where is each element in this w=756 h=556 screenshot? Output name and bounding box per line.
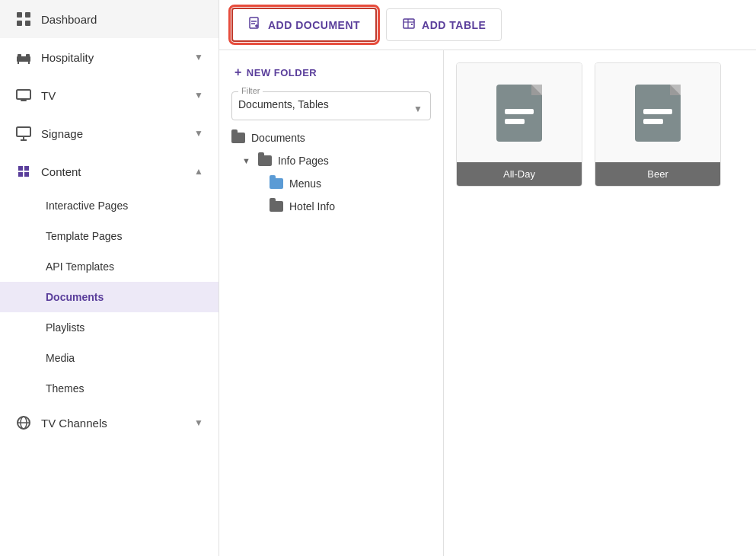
tree-item-hotel-info[interactable]: Hotel Info (219, 195, 443, 218)
folder-dark-icon (231, 133, 245, 143)
doc-card-label-all-day: All-Day (457, 162, 582, 186)
sidebar-item-hospitality[interactable]: Hospitality ▼ (0, 38, 219, 76)
svg-rect-13 (17, 127, 30, 136)
add-document-label: ADD DOCUMENT (268, 19, 360, 31)
new-folder-button[interactable]: + NEW FOLDER (219, 59, 332, 85)
add-table-button[interactable]: ADD TABLE (386, 8, 502, 41)
add-document-button[interactable]: ADD DOCUMENT (231, 8, 377, 42)
sidebar-item-media[interactable]: Media (0, 343, 219, 373)
doc-card-beer[interactable]: Beer (595, 62, 721, 187)
sidebar-item-api-templates[interactable]: API Templates (0, 251, 219, 282)
tree-list: Documents ▼ Info Pages Menus Hotel Info (219, 126, 443, 218)
doc-card-label-beer: Beer (595, 162, 720, 186)
tree-label-menus: Menus (289, 177, 321, 190)
doc-file-line-short (643, 119, 663, 124)
sidebar-label-tv: TV (41, 89, 185, 102)
sidebar-label-interactive-pages: Interactive Pages (46, 200, 128, 212)
chevron-down-icon: ▼ (194, 90, 203, 101)
document-icon (496, 85, 542, 142)
svg-rect-7 (26, 54, 30, 57)
sidebar-label-themes: Themes (46, 382, 85, 395)
tree-item-documents[interactable]: Documents (219, 126, 443, 149)
sidebar: Dashboard Hospitality ▼ TV ▼ (0, 0, 219, 556)
sidebar-item-tv-channels[interactable]: TV Channels ▼ (0, 404, 219, 442)
svg-rect-2 (17, 21, 22, 26)
svg-rect-6 (18, 54, 21, 57)
sidebar-label-signage: Signage (41, 127, 185, 140)
content-row: + NEW FOLDER Filter Documents, Tables Do… (219, 50, 756, 556)
folder-dark-icon (258, 155, 272, 166)
sidebar-item-playlists[interactable]: Playlists (0, 312, 219, 343)
folder-dark-icon (270, 201, 283, 212)
add-table-label: ADD TABLE (422, 19, 486, 31)
content-subnav: Interactive Pages Template Pages API Tem… (0, 190, 219, 404)
add-document-icon (248, 17, 262, 33)
svg-rect-24 (404, 19, 414, 28)
sidebar-label-api-templates: API Templates (46, 260, 114, 273)
sidebar-item-content[interactable]: Content ▲ (0, 152, 219, 190)
chevron-down-icon: ▼ (242, 156, 250, 165)
tv-channels-icon (15, 414, 32, 431)
svg-rect-1 (25, 12, 30, 18)
doc-file-line (505, 109, 534, 114)
plus-icon: + (234, 66, 242, 79)
sidebar-label-media: Media (46, 352, 75, 364)
filter-box: Filter Documents, Tables Documents Table… (231, 91, 431, 120)
svg-rect-10 (17, 90, 30, 99)
doc-card-all-day[interactable]: All-Day (456, 62, 582, 187)
filter-select[interactable]: Documents, Tables Documents Tables (238, 95, 424, 113)
chevron-down-icon: ▼ (194, 128, 203, 139)
filter-label: Filter (238, 86, 263, 95)
add-table-icon (402, 17, 416, 33)
doc-file-line-short (505, 119, 525, 124)
tree-label-documents: Documents (251, 132, 305, 144)
toolbar: ADD DOCUMENT ADD TABLE (219, 0, 756, 50)
sidebar-item-themes[interactable]: Themes (0, 373, 219, 404)
svg-rect-5 (17, 59, 30, 62)
file-tree-panel: + NEW FOLDER Filter Documents, Tables Do… (219, 50, 444, 556)
new-folder-label: NEW FOLDER (247, 67, 317, 78)
tree-label-info-pages: Info Pages (278, 155, 329, 167)
sidebar-item-template-pages[interactable]: Template Pages (0, 221, 219, 251)
sidebar-label-tv-channels: TV Channels (41, 417, 185, 430)
sidebar-item-tv[interactable]: TV ▼ (0, 76, 219, 114)
tv-icon (15, 87, 32, 104)
sidebar-label-template-pages: Template Pages (46, 230, 122, 242)
tree-label-hotel-info: Hotel Info (289, 200, 335, 212)
chevron-down-icon: ▼ (194, 417, 203, 428)
sidebar-label-playlists: Playlists (46, 321, 85, 334)
chevron-up-icon: ▲ (194, 166, 203, 177)
grid-panel: All-Day Beer (444, 50, 756, 556)
doc-file-lines (505, 109, 534, 124)
bed-icon (15, 49, 32, 66)
doc-card-preview (457, 63, 582, 162)
svg-rect-9 (28, 62, 30, 64)
sidebar-item-dashboard[interactable]: Dashboard (0, 0, 219, 38)
sidebar-item-documents[interactable]: Documents (0, 282, 219, 312)
doc-card-preview (595, 63, 720, 162)
chevron-down-icon: ▼ (194, 52, 203, 62)
svg-rect-3 (25, 21, 30, 26)
sidebar-label-dashboard: Dashboard (41, 13, 203, 26)
sidebar-item-signage[interactable]: Signage ▼ (0, 114, 219, 152)
doc-file-lines (643, 109, 672, 124)
document-icon (635, 85, 681, 142)
svg-rect-8 (18, 62, 19, 64)
sidebar-label-documents: Documents (46, 291, 104, 303)
main-area: ADD DOCUMENT ADD TABLE + NEW FOLDER (219, 0, 756, 556)
content-icon (15, 163, 32, 180)
signage-icon (15, 125, 32, 142)
sidebar-label-hospitality: Hospitality (41, 51, 185, 64)
tree-item-info-pages[interactable]: ▼ Info Pages (219, 149, 443, 172)
svg-rect-0 (17, 12, 22, 18)
doc-file-line (643, 109, 672, 114)
grid-icon (15, 11, 32, 27)
sidebar-item-interactive-pages[interactable]: Interactive Pages (0, 190, 219, 221)
tree-item-menus[interactable]: Menus (219, 172, 443, 195)
folder-blue-icon (270, 178, 283, 189)
sidebar-label-content: Content (41, 165, 185, 178)
svg-rect-11 (21, 100, 27, 101)
